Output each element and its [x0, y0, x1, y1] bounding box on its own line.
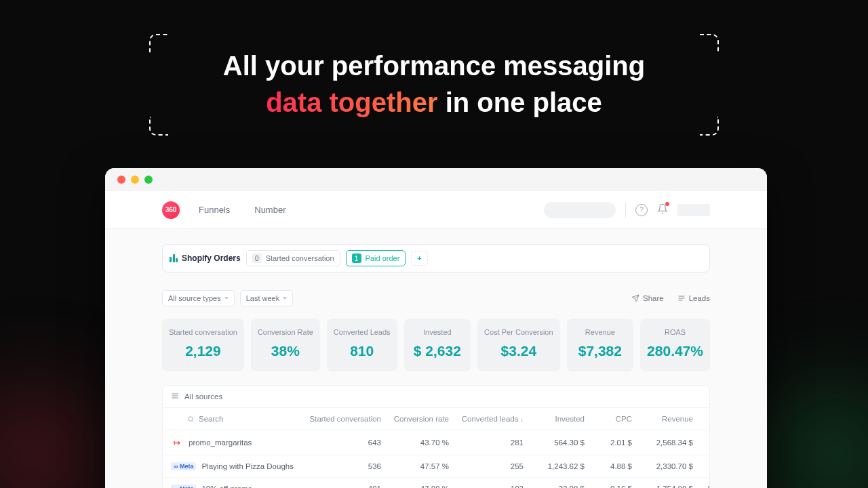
- funnel-step-0[interactable]: 0 Started conversation: [246, 250, 340, 266]
- cell-conv-rate: 43.70 %: [381, 439, 449, 447]
- cell-cpc: 4.88 $: [585, 462, 632, 470]
- table-row[interactable]: ↦ promo_margaritas 643 43.70 % 281 564.3…: [163, 430, 709, 455]
- th-invested[interactable]: Invested: [524, 415, 585, 423]
- source-badge-icon: ↦: [171, 437, 183, 448]
- stat-value: 38%: [258, 343, 313, 359]
- nav-number[interactable]: Number: [254, 205, 285, 215]
- cell-cpc: 2.01 $: [585, 439, 632, 447]
- cell-roas: 455.31 %: [693, 439, 710, 447]
- share-button[interactable]: Share: [631, 294, 664, 302]
- help-icon[interactable]: ?: [635, 204, 648, 216]
- th-cpc[interactable]: CPC: [585, 415, 632, 423]
- share-icon: [631, 294, 639, 302]
- titlebar: [105, 168, 767, 191]
- nav-funnels[interactable]: Funnels: [199, 205, 230, 215]
- th-roas[interactable]: ROAS: [693, 415, 710, 423]
- cell-conv-leads: 281: [449, 439, 524, 447]
- leads-button[interactable]: Leads: [677, 294, 710, 302]
- cell-conv-rate: 47.57 %: [381, 462, 449, 470]
- stats-row: Started conversation 2,129 Conversion Ra…: [162, 319, 710, 371]
- search-placeholder-pill[interactable]: [544, 202, 616, 218]
- cell-revenue: 2,330.70 $: [632, 462, 693, 470]
- table-sources-bar[interactable]: All sources: [163, 386, 709, 408]
- source-name: Playing with Pizza Doughs: [201, 462, 294, 470]
- th-conv-rate[interactable]: Conversion rate: [381, 415, 449, 423]
- stat-cost-per-conversion: Cost Per Conversion $3.24: [477, 319, 560, 371]
- search-input[interactable]: Search: [171, 415, 307, 423]
- share-label: Share: [643, 294, 664, 302]
- cell-conv-rate: 47.88 %: [381, 485, 449, 488]
- logo[interactable]: 360: [162, 201, 180, 219]
- stat-value: 810: [334, 343, 391, 359]
- chevron-down-icon: [224, 297, 229, 300]
- cell-invested: 32.08 $: [524, 485, 585, 488]
- table-header-row: Search Started conversation Conversion r…: [163, 408, 709, 430]
- filter-period[interactable]: Last week: [240, 290, 294, 306]
- stat-value: $7,382: [574, 343, 627, 359]
- funnel-title-label: Shopify Orders: [182, 253, 241, 263]
- filter-source-types[interactable]: All source types: [162, 290, 235, 306]
- chevron-down-icon: [283, 297, 287, 300]
- cell-started: 536: [307, 462, 381, 470]
- hero-heading: All your performance messaging data toge…: [0, 47, 868, 121]
- step-label: Paid order: [366, 254, 400, 262]
- stat-revenue: Revenue $7,382: [567, 319, 634, 371]
- stat-label: Revenue: [574, 328, 627, 336]
- cell-invested: 564.30 $: [524, 439, 585, 447]
- stat-label: Conversion Rate: [258, 328, 313, 336]
- th-started[interactable]: Started conversation: [307, 415, 381, 423]
- window-maximize-icon[interactable]: [144, 176, 153, 184]
- cell-roas: 5,481.25 %: [693, 485, 710, 488]
- th-conv-leads[interactable]: Converted leads↓: [449, 415, 524, 423]
- step-label: Started conversation: [266, 254, 334, 262]
- stat-label: Converted Leads: [334, 328, 391, 336]
- stat-value: $3.24: [484, 343, 553, 359]
- stat-invested: Invested $ 2,632: [404, 319, 471, 371]
- app-window: 360 Funnels Number ? Shopify Orders 0 St…: [105, 168, 767, 488]
- cell-revenue: 1,754.88 $: [632, 485, 693, 488]
- source-name: 10% off promo: [201, 485, 252, 488]
- separator: [625, 203, 626, 218]
- cell-conv-leads: 255: [449, 462, 524, 470]
- filter-label: All source types: [168, 294, 221, 302]
- funnel-add-step-button[interactable]: +: [411, 251, 427, 266]
- stat-value: $ 2,632: [411, 343, 465, 359]
- leads-icon: [677, 294, 686, 302]
- notifications-icon[interactable]: [657, 203, 668, 217]
- step-number: 1: [352, 253, 361, 263]
- search-placeholder: Search: [199, 415, 223, 423]
- th-revenue[interactable]: Revenue: [632, 415, 693, 423]
- funnel-step-1[interactable]: 1 Paid order: [346, 250, 406, 266]
- cell-started: 401: [307, 485, 381, 488]
- cell-started: 643: [307, 439, 381, 447]
- table-row[interactable]: ∞ Meta 10% off promo 401 47.88 % 192 32.…: [163, 478, 709, 488]
- stat-roas: ROAS 280.47%: [640, 319, 710, 371]
- filter-label: Last week: [246, 294, 280, 302]
- stat-label: Invested: [411, 328, 465, 336]
- stat-converted-leads: Converted Leads 810: [327, 319, 397, 371]
- table-bar-label: All sources: [184, 392, 222, 401]
- table-row[interactable]: ∞ Meta Playing with Pizza Doughs 536 47.…: [163, 455, 709, 478]
- window-close-icon[interactable]: [117, 176, 125, 184]
- stat-label: Cost Per Conversion: [484, 328, 553, 336]
- leads-label: Leads: [689, 294, 710, 302]
- source-badge-icon: ∞ Meta: [171, 485, 196, 488]
- stat-value: 2,129: [169, 343, 237, 359]
- stat-label: Started conversation: [169, 328, 237, 336]
- stat-value: 280.47%: [647, 343, 703, 359]
- window-minimize-icon[interactable]: [131, 176, 139, 184]
- notification-dot-icon: [665, 202, 669, 206]
- source-name: promo_margaritas: [189, 439, 252, 447]
- cell-conv-leads: 192: [449, 485, 524, 488]
- stat-started-conversation: Started conversation 2,129: [162, 319, 244, 371]
- search-icon: [187, 415, 195, 423]
- stat-label: ROAS: [647, 328, 703, 336]
- hero-line1: All your performance messaging: [223, 51, 645, 81]
- funnel-ribbon: Shopify Orders 0 Started conversation 1 …: [162, 244, 710, 272]
- avatar[interactable]: [677, 204, 710, 216]
- expand-icon: [171, 392, 179, 401]
- cell-cpc: 0.16 $: [585, 485, 632, 488]
- funnel-icon: [170, 254, 178, 262]
- funnel-title[interactable]: Shopify Orders: [170, 253, 241, 263]
- cell-revenue: 2,568.34 $: [632, 439, 693, 447]
